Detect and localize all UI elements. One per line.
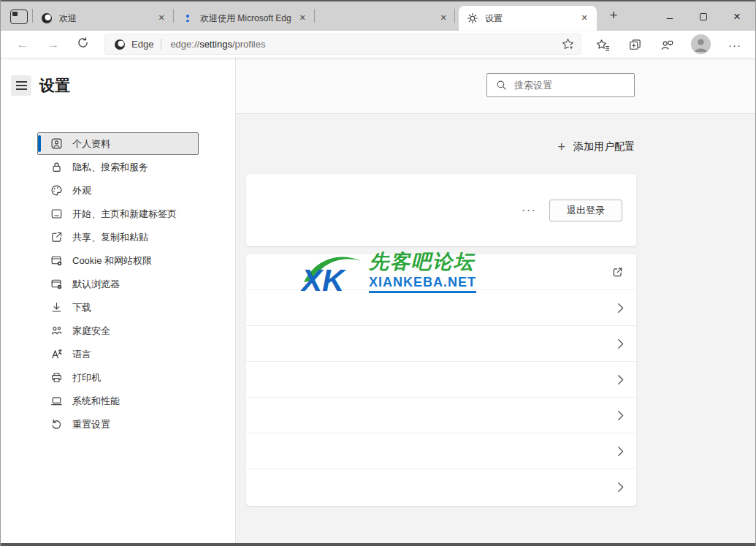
- browser-toolbar: ← → Edge edge://settings/profiles: [1, 31, 755, 58]
- share-copy-paste-icon: [50, 231, 63, 243]
- minimize-icon[interactable]: –: [653, 3, 687, 31]
- settings-search[interactable]: [486, 73, 635, 97]
- sidebar-item-printers[interactable]: 打印机: [37, 366, 199, 389]
- watermark-domain: XIANKEBA.NET: [369, 275, 476, 293]
- edge-logo-icon: [41, 12, 53, 24]
- sidebar-item-system-performance[interactable]: 系统和性能: [37, 390, 199, 412]
- plus-icon: +: [557, 140, 565, 153]
- tab-blank[interactable]: ×: [315, 6, 456, 31]
- hamburger-menu-icon[interactable]: [11, 75, 31, 96]
- tab-strip: 欢迎 × 欢迎使用 Microsoft Edg × × 设置 × + – ×: [1, 0, 755, 31]
- tab-actions-icon[interactable]: [10, 10, 28, 24]
- sidebar-item-share-copy-paste[interactable]: 共享、复制和粘贴: [37, 226, 199, 249]
- sidebar-item-languages[interactable]: 语言: [37, 343, 199, 365]
- sign-out-button[interactable]: 退出登录: [549, 200, 622, 221]
- sidebar-item-label: 语言: [72, 348, 91, 361]
- xiankeba-logo: XK: [301, 251, 364, 295]
- site-label: Edge: [131, 39, 153, 50]
- favorites-icon[interactable]: [594, 36, 611, 53]
- sidebar-item-label: 家庭安全: [72, 325, 110, 338]
- sidebar-item-label: 隐私、搜索和服务: [72, 161, 148, 174]
- download-icon: [50, 301, 63, 314]
- search-band: [236, 58, 755, 114]
- sidebar-item-label: 重置设置: [72, 418, 110, 431]
- window-bottom-edge: [1, 543, 755, 546]
- sidebar-item-privacy[interactable]: 隐私、搜索和服务: [37, 156, 199, 178]
- settings-row[interactable]: [246, 398, 636, 433]
- close-icon[interactable]: ×: [155, 12, 168, 25]
- sidebar-item-label: Cookie 和网站权限: [72, 254, 152, 268]
- maximize-icon[interactable]: [687, 3, 720, 31]
- language-icon: [50, 348, 63, 360]
- tab-welcome[interactable]: 欢迎 ×: [33, 6, 174, 31]
- chevron-right-icon: [617, 374, 624, 385]
- sidebar-item-start-home[interactable]: 开始、主页和新建标签页: [37, 202, 199, 225]
- divider: [161, 39, 161, 50]
- more-icon[interactable]: ···: [726, 36, 744, 53]
- address-bar[interactable]: Edge edge://settings/profiles: [104, 34, 581, 55]
- more-actions-icon[interactable]: ···: [522, 203, 537, 216]
- chevron-right-icon: [617, 338, 624, 349]
- forward-icon[interactable]: →: [44, 35, 63, 54]
- settings-row[interactable]: [246, 469, 636, 505]
- settings-row[interactable]: [246, 433, 636, 469]
- url-text: edge://settings/profiles: [170, 39, 561, 50]
- profile-card: ··· 退出登录: [246, 174, 636, 246]
- external-link-icon: [611, 266, 624, 278]
- family-safety-icon: [50, 325, 63, 337]
- people-icon[interactable]: [658, 36, 676, 53]
- add-profile-label: 添加用户配置: [573, 140, 635, 153]
- tab-title: 设置: [485, 12, 578, 25]
- close-window-icon[interactable]: ×: [720, 3, 754, 31]
- sidebar-item-label: 外观: [72, 184, 91, 197]
- chevron-right-icon: [617, 303, 624, 314]
- svg-text:XK: XK: [301, 263, 346, 295]
- reset-icon: [50, 418, 63, 431]
- privacy-lock-icon: [50, 161, 63, 173]
- sidebar-item-reset-settings[interactable]: 重置设置: [37, 413, 199, 436]
- close-icon[interactable]: ×: [578, 12, 591, 25]
- sidebar-item-appearance[interactable]: 外观: [37, 179, 199, 202]
- sidebar-item-label: 系统和性能: [72, 395, 120, 408]
- sidebar-item-cookies-permissions[interactable]: Cookie 和网站权限: [37, 249, 199, 272]
- collections-icon[interactable]: [626, 36, 644, 53]
- back-icon[interactable]: ←: [13, 35, 32, 54]
- appearance-icon: [50, 184, 63, 197]
- sidebar-item-label: 打印机: [72, 371, 101, 384]
- sidebar-item-profile[interactable]: 个人资料: [37, 132, 199, 155]
- blue-dots-icon: [186, 12, 189, 24]
- close-icon[interactable]: ×: [437, 12, 450, 25]
- tab-settings[interactable]: 设置 ×: [459, 6, 597, 31]
- search-icon: [496, 80, 507, 91]
- settings-page: 设置 个人资料 隐私、搜索和服务 外观: [1, 58, 755, 543]
- settings-row[interactable]: [246, 290, 636, 326]
- tab-welcome-msedge[interactable]: 欢迎使用 Microsoft Edg ×: [174, 6, 315, 31]
- sidebar-item-family-safety[interactable]: 家庭安全: [37, 319, 199, 342]
- page-title: 设置: [39, 75, 70, 96]
- settings-row[interactable]: [246, 326, 636, 362]
- sidebar-item-label: 默认浏览器: [72, 278, 120, 291]
- edge-logo-icon: [114, 39, 126, 50]
- xiankeba-watermark: XK 先客吧论坛 XIANKEBA.NET: [301, 251, 476, 295]
- new-tab-button[interactable]: +: [604, 7, 623, 26]
- avatar[interactable]: [691, 34, 711, 54]
- close-icon[interactable]: ×: [296, 12, 309, 25]
- settings-row[interactable]: [246, 362, 636, 398]
- profile-icon: [50, 137, 63, 150]
- tab-title: 欢迎: [59, 12, 155, 25]
- window-controls: – ×: [653, 3, 754, 31]
- sidebar-item-label: 共享、复制和粘贴: [72, 231, 148, 244]
- refresh-icon[interactable]: [77, 37, 96, 56]
- settings-sidebar: 设置 个人资料 隐私、搜索和服务 外观: [1, 58, 236, 543]
- sidebar-item-downloads[interactable]: 下载: [37, 296, 199, 319]
- favorite-add-icon[interactable]: [561, 37, 575, 51]
- sidebar-item-default-browser[interactable]: 默认浏览器: [37, 273, 199, 295]
- watermark-title: 先客吧论坛: [369, 251, 476, 273]
- chevron-right-icon: [617, 410, 624, 421]
- system-performance-icon: [50, 395, 63, 407]
- tab-title: 欢迎使用 Microsoft Edg: [200, 12, 296, 25]
- edge-browser-window: { "window": { "tabs": [ { "title": "欢迎",…: [0, 0, 756, 546]
- settings-main: + 添加用户配置 ··· 退出登录: [236, 58, 755, 543]
- search-input[interactable]: [514, 80, 628, 91]
- add-profile-button[interactable]: + 添加用户配置: [557, 138, 635, 156]
